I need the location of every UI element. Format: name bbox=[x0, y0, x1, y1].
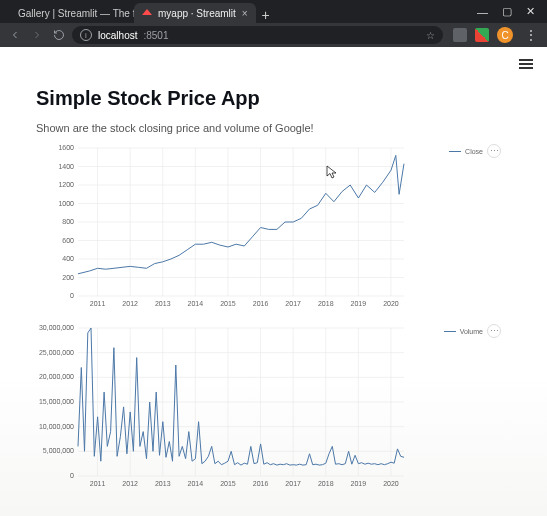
svg-text:2017: 2017 bbox=[285, 300, 301, 307]
bookmark-star-icon[interactable]: ☆ bbox=[426, 30, 435, 41]
streamlit-favicon-icon bbox=[142, 8, 152, 18]
legend-label: Close bbox=[465, 148, 483, 155]
svg-text:30,000,000: 30,000,000 bbox=[39, 324, 74, 331]
legend-line-icon bbox=[444, 331, 456, 332]
page-subtitle: Shown are the stock closing price and vo… bbox=[36, 122, 511, 134]
svg-text:2015: 2015 bbox=[220, 480, 236, 487]
svg-text:200: 200 bbox=[62, 274, 74, 281]
svg-text:2020: 2020 bbox=[383, 480, 399, 487]
extension-icon[interactable] bbox=[475, 28, 489, 42]
legend-line-icon bbox=[449, 151, 461, 152]
svg-text:2016: 2016 bbox=[253, 300, 269, 307]
svg-text:2019: 2019 bbox=[351, 480, 367, 487]
new-tab-button[interactable]: + bbox=[256, 7, 276, 23]
browser-window: Gallery | Streamlit — The fastest × myap… bbox=[0, 0, 547, 516]
tab-label: Gallery | Streamlit — The fastest bbox=[18, 8, 134, 19]
tab-label: myapp · Streamlit bbox=[158, 8, 236, 19]
svg-text:2012: 2012 bbox=[122, 480, 138, 487]
tab-strip: Gallery | Streamlit — The fastest × myap… bbox=[0, 0, 465, 23]
svg-text:2019: 2019 bbox=[351, 300, 367, 307]
forward-button[interactable] bbox=[28, 26, 46, 44]
svg-text:15,000,000: 15,000,000 bbox=[39, 398, 74, 405]
svg-text:0: 0 bbox=[70, 472, 74, 479]
svg-text:1400: 1400 bbox=[58, 163, 74, 170]
chart-menu-icon[interactable]: ⋯ bbox=[487, 324, 501, 338]
svg-text:0: 0 bbox=[70, 292, 74, 299]
chrome-menu-icon[interactable]: ⋮ bbox=[521, 28, 541, 42]
close-window-icon[interactable]: ✕ bbox=[526, 5, 535, 18]
svg-text:2014: 2014 bbox=[188, 300, 204, 307]
streamlit-menu-icon[interactable] bbox=[519, 57, 533, 71]
svg-text:800: 800 bbox=[62, 218, 74, 225]
chart-svg[interactable]: 0200400600800100012001400160020112012201… bbox=[36, 142, 456, 312]
tab-gallery[interactable]: Gallery | Streamlit — The fastest × bbox=[4, 3, 134, 23]
profile-avatar[interactable]: C bbox=[497, 27, 513, 43]
svg-text:2020: 2020 bbox=[383, 300, 399, 307]
svg-text:2014: 2014 bbox=[188, 480, 204, 487]
svg-text:25,000,000: 25,000,000 bbox=[39, 349, 74, 356]
svg-text:2018: 2018 bbox=[318, 300, 334, 307]
window-controls: — ▢ ✕ bbox=[465, 0, 547, 23]
chart-menu-icon[interactable]: ⋯ bbox=[487, 144, 501, 158]
page-title: Simple Stock Price App bbox=[36, 87, 511, 110]
svg-text:2017: 2017 bbox=[285, 480, 301, 487]
svg-text:2013: 2013 bbox=[155, 480, 171, 487]
extensions-area: C ⋮ bbox=[447, 27, 541, 43]
svg-text:2018: 2018 bbox=[318, 480, 334, 487]
main-content: Simple Stock Price App Shown are the sto… bbox=[0, 47, 547, 512]
svg-text:2015: 2015 bbox=[220, 300, 236, 307]
address-bar: i localhost:8501 ☆ C ⋮ bbox=[0, 23, 547, 47]
back-button[interactable] bbox=[6, 26, 24, 44]
url-host: localhost bbox=[98, 30, 137, 41]
site-info-icon[interactable]: i bbox=[80, 29, 92, 41]
chart-legend: Volume ⋯ bbox=[444, 324, 501, 338]
chart-volume: 05,000,00010,000,00015,000,00020,000,000… bbox=[36, 322, 511, 492]
legend-label: Volume bbox=[460, 328, 483, 335]
svg-text:2012: 2012 bbox=[122, 300, 138, 307]
omnibox[interactable]: i localhost:8501 ☆ bbox=[72, 26, 443, 44]
svg-text:1000: 1000 bbox=[58, 200, 74, 207]
svg-text:20,000,000: 20,000,000 bbox=[39, 373, 74, 380]
chart-svg[interactable]: 05,000,00010,000,00015,000,00020,000,000… bbox=[36, 322, 456, 492]
svg-text:400: 400 bbox=[62, 255, 74, 262]
svg-text:2016: 2016 bbox=[253, 480, 269, 487]
svg-text:1600: 1600 bbox=[58, 144, 74, 151]
svg-text:1200: 1200 bbox=[58, 181, 74, 188]
page-viewport: Simple Stock Price App Shown are the sto… bbox=[0, 47, 547, 516]
extension-icon[interactable] bbox=[453, 28, 467, 42]
svg-text:10,000,000: 10,000,000 bbox=[39, 423, 74, 430]
svg-text:2011: 2011 bbox=[90, 300, 106, 307]
chart-close-price: 0200400600800100012001400160020112012201… bbox=[36, 142, 511, 312]
svg-text:2013: 2013 bbox=[155, 300, 171, 307]
svg-text:600: 600 bbox=[62, 237, 74, 244]
title-bar: Gallery | Streamlit — The fastest × myap… bbox=[0, 0, 547, 23]
url-path: :8501 bbox=[143, 30, 168, 41]
close-icon[interactable]: × bbox=[242, 8, 248, 19]
maximize-icon[interactable]: ▢ bbox=[502, 5, 512, 18]
chart-legend: Close ⋯ bbox=[449, 144, 501, 158]
tab-myapp[interactable]: myapp · Streamlit × bbox=[134, 3, 256, 23]
reload-button[interactable] bbox=[50, 26, 68, 44]
svg-text:5,000,000: 5,000,000 bbox=[43, 447, 74, 454]
minimize-icon[interactable]: — bbox=[477, 6, 488, 18]
svg-text:2011: 2011 bbox=[90, 480, 106, 487]
